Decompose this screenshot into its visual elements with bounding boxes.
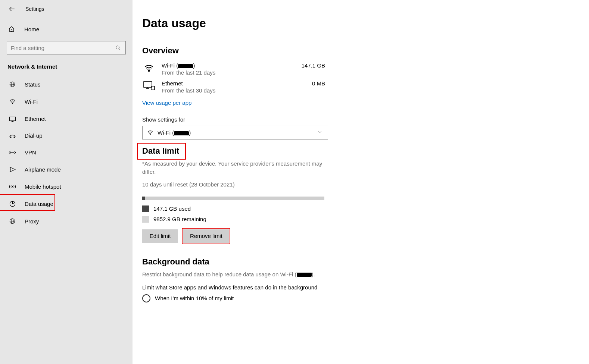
svg-point-16 [12, 186, 13, 187]
radio-circle-icon[interactable] [142, 294, 150, 302]
data-usage-icon [8, 200, 16, 207]
ethernet-icon [8, 116, 16, 122]
airplane-icon [8, 166, 16, 173]
show-for-label: Show settings for [142, 116, 589, 123]
search-icon [114, 45, 122, 51]
legend-swatch-remaining [142, 216, 149, 223]
reset-note: 10 days until reset (28 October 2021) [142, 181, 589, 188]
sidebar-item-label: Mobile hotspot [25, 183, 61, 190]
sidebar-item-label: Dial-up [25, 132, 43, 139]
svg-point-13 [9, 151, 10, 153]
sidebar-item-label: Status [25, 81, 41, 88]
remove-limit-button[interactable]: Remove limit [183, 229, 229, 243]
background-data-heading: Background data [142, 257, 589, 267]
svg-rect-8 [9, 117, 15, 120]
usage-progress-bar [142, 197, 324, 200]
dialup-icon [8, 133, 16, 138]
overview-wifi-name: Wi-Fi () [162, 62, 289, 69]
used-label: 147.1 GB used [153, 205, 191, 212]
svg-point-26 [150, 134, 151, 135]
redacted-ssid [178, 64, 193, 68]
globe-icon [8, 81, 16, 88]
sidebar-section-label: Network & Internet [0, 61, 133, 76]
sidebar-item-label: Wi-Fi [25, 98, 38, 105]
data-limit-heading: Data limit [142, 146, 179, 156]
dropdown-label: Wi-Fi () [155, 129, 317, 136]
svg-line-3 [119, 48, 120, 50]
sidebar-item-data-usage[interactable]: Data usage [0, 195, 133, 213]
page-title: Data usage [142, 16, 589, 30]
window-title: Settings [25, 6, 44, 12]
radio-option-label: When I'm within 10% of my limit [155, 295, 234, 301]
svg-point-2 [116, 46, 119, 49]
bg-limit-label: Limit what Store apps and Windows featur… [142, 283, 329, 292]
sidebar-item-status[interactable]: Status [0, 76, 133, 93]
overview-wifi-sub: From the last 21 days [162, 69, 289, 76]
svg-point-7 [12, 103, 13, 104]
sidebar-home-label: Home [24, 26, 39, 32]
chevron-down-icon [317, 129, 323, 136]
search-box[interactable] [7, 41, 126, 54]
hotspot-icon [8, 183, 16, 190]
proxy-icon [8, 218, 16, 225]
overview-eth-value: 0 MB [295, 80, 325, 87]
sidebar-item-label: Proxy [25, 218, 39, 225]
sidebar-home[interactable]: Home [0, 20, 133, 38]
sidebar-item-hotspot[interactable]: Mobile hotspot [0, 178, 133, 195]
network-dropdown[interactable]: Wi-Fi () [142, 126, 328, 139]
legend-swatch-used [142, 205, 149, 212]
radio-option-row[interactable]: When I'm within 10% of my limit [142, 294, 589, 302]
redacted-ssid [174, 131, 189, 135]
svg-rect-1 [11, 30, 12, 32]
vpn-icon [8, 150, 16, 155]
wifi-icon [142, 63, 156, 73]
overview-eth-name: Ethernet [162, 80, 289, 87]
overview-wifi-value: 147.1 GB [295, 62, 325, 69]
overview-heading: Overview [142, 46, 589, 56]
sidebar-item-ethernet[interactable]: Ethernet [0, 110, 133, 127]
home-icon [8, 26, 16, 32]
view-usage-link[interactable]: View usage per app [142, 100, 191, 106]
data-limit-note: *As measured by your device. Your servic… [142, 160, 329, 176]
overview-eth-sub: From the last 30 days [162, 87, 289, 94]
ethernet-icon [142, 81, 156, 91]
svg-point-21 [149, 70, 150, 72]
back-button[interactable] [7, 4, 16, 13]
sidebar-item-wifi[interactable]: Wi-Fi [0, 93, 133, 110]
overview-ethernet-row[interactable]: Ethernet From the last 30 days 0 MB [142, 78, 325, 96]
content: Data usage Overview Wi-Fi () From the la… [133, 0, 589, 364]
sidebar-item-proxy[interactable]: Proxy [0, 213, 133, 230]
svg-point-12 [14, 136, 15, 137]
sidebar-item-label: Ethernet [25, 116, 46, 122]
search-wrap [0, 38, 133, 61]
svg-point-14 [14, 151, 15, 153]
sidebar: Settings Home Network & Internet Status [0, 0, 133, 364]
svg-point-11 [10, 136, 11, 137]
sidebar-header: Settings [0, 4, 133, 20]
usage-progress-fill [142, 197, 145, 200]
sidebar-item-label: Airplane mode [25, 166, 61, 173]
wifi-icon [8, 98, 16, 105]
sidebar-item-label: VPN [25, 149, 36, 156]
legend-used: 147.1 GB used [142, 205, 589, 212]
edit-limit-button[interactable]: Edit limit [142, 229, 178, 243]
wifi-icon [147, 129, 155, 136]
sidebar-item-airplane[interactable]: Airplane mode [0, 161, 133, 178]
background-data-desc: Restrict background data to help reduce … [142, 270, 329, 279]
remaining-label: 9852.9 GB remaining [153, 216, 206, 222]
sidebar-item-vpn[interactable]: VPN [0, 144, 133, 161]
sidebar-item-dialup[interactable]: Dial-up [0, 127, 133, 144]
redacted-ssid [297, 273, 312, 277]
svg-rect-22 [144, 82, 152, 87]
sidebar-item-label: Data usage [25, 201, 53, 207]
legend-remaining: 9852.9 GB remaining [142, 216, 589, 223]
overview-wifi-row[interactable]: Wi-Fi () From the last 21 days 147.1 GB [142, 60, 325, 78]
search-input[interactable] [11, 45, 114, 51]
